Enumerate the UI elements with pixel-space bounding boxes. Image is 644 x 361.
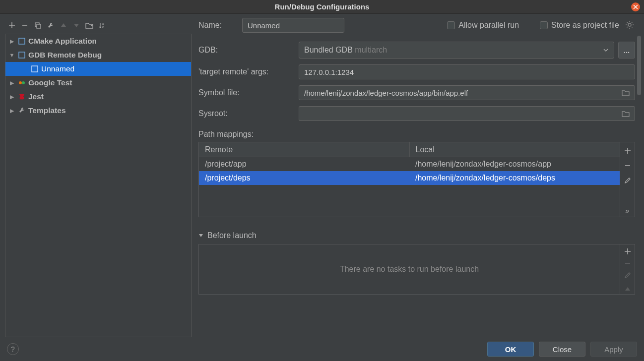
triangle-down-icon — [198, 233, 203, 238]
expand-button[interactable]: » — [621, 204, 634, 217]
add-configuration-button[interactable] — [6, 19, 18, 31]
table-row[interactable]: /project/app /home/lenij/zondax/ledger-c… — [199, 157, 620, 171]
svg-rect-5 — [19, 52, 25, 58]
edit-defaults-button[interactable] — [45, 19, 57, 31]
folder-button[interactable] — [83, 19, 95, 31]
column-remote[interactable]: Remote — [199, 142, 410, 157]
store-as-project-checkbox[interactable]: Store as project file — [540, 21, 619, 30]
window-title: Run/Debug Configurations — [275, 2, 370, 11]
before-launch-toolbar — [620, 244, 635, 294]
close-window-button[interactable] — [631, 2, 640, 11]
target-remote-input[interactable]: 127.0.0.1:1234 — [299, 64, 635, 79]
symbol-file-row: Symbol file: /home/lenij/zondax/ledger-c… — [198, 85, 635, 100]
sort-button[interactable]: az — [96, 19, 108, 31]
path-mappings-table: Remote Local /project/app /home/lenij/zo… — [198, 142, 635, 217]
edit-task-button[interactable] — [621, 270, 634, 280]
gdb-icon — [30, 64, 39, 73]
pencil-icon — [624, 272, 631, 279]
svg-text:z: z — [102, 25, 104, 28]
move-up-button[interactable] — [58, 19, 69, 31]
chevron-right-icon: ▶ — [8, 38, 15, 45]
checkbox-icon — [540, 21, 548, 29]
scrollbar[interactable] — [637, 36, 641, 95]
chevron-down-icon — [603, 47, 609, 53]
svg-point-7 — [19, 81, 22, 84]
minus-icon — [624, 260, 631, 267]
allow-parallel-checkbox[interactable]: Allow parallel run — [447, 21, 519, 30]
symbol-file-input[interactable]: /home/lenij/zondax/ledger-cosmos/app/bin… — [299, 85, 635, 100]
chevron-right-icon: ▶ — [8, 108, 15, 114]
svg-point-8 — [22, 81, 25, 84]
apply-button[interactable]: Apply — [590, 342, 637, 357]
sort-az-icon: az — [99, 22, 106, 29]
sysroot-label: Sysroot: — [198, 109, 293, 118]
help-button[interactable]: ? — [7, 343, 19, 355]
name-input[interactable]: Unnamed — [242, 18, 344, 33]
gtest-icon — [17, 78, 26, 87]
target-remote-row: 'target remote' args: 127.0.0.1:1234 — [198, 64, 635, 79]
folder-icon[interactable] — [622, 110, 630, 117]
path-mappings-toolbar: » — [620, 142, 635, 217]
column-local[interactable]: Local — [410, 142, 620, 157]
dialog-footer: ? OK Close Apply — [0, 337, 644, 361]
wrench-icon — [47, 22, 54, 29]
add-task-button[interactable] — [621, 246, 634, 256]
name-label: Name: — [198, 21, 236, 30]
move-down-button[interactable] — [70, 19, 82, 31]
close-icon — [633, 4, 638, 9]
checkbox-icon — [447, 21, 455, 29]
tree-item-templates[interactable]: ▶ Templates — [5, 104, 191, 118]
svg-rect-1 — [37, 24, 41, 28]
gdb-label: GDB: — [198, 46, 293, 55]
move-task-up-button[interactable] — [621, 284, 634, 294]
folder-icon — [85, 22, 93, 29]
table-header: Remote Local — [199, 142, 620, 157]
folder-icon[interactable] — [622, 89, 630, 96]
triangle-up-icon — [625, 286, 631, 292]
remove-mapping-button[interactable] — [621, 159, 634, 172]
expand-icon: » — [625, 206, 629, 215]
before-launch-header[interactable]: Before launch — [198, 231, 635, 240]
copy-icon — [34, 22, 41, 29]
symbol-file-label: Symbol file: — [198, 88, 293, 97]
cmake-icon — [17, 37, 26, 46]
remove-configuration-button[interactable] — [19, 19, 31, 31]
table-row[interactable]: /project/deps /home/lenij/zondax/ledger-… — [199, 171, 620, 185]
target-remote-label: 'target remote' args: — [198, 67, 293, 76]
ok-button[interactable]: OK — [487, 342, 534, 357]
table-body[interactable]: /project/app /home/lenij/zondax/ledger-c… — [199, 157, 620, 217]
sysroot-row: Sysroot: — [198, 106, 635, 121]
svg-rect-4 — [19, 38, 25, 44]
close-button[interactable]: Close — [539, 342, 585, 357]
tree-item-gdb-remote-debug[interactable]: ▼ GDB Remote Debug — [5, 48, 191, 62]
copy-configuration-button[interactable] — [32, 19, 44, 31]
sysroot-input[interactable] — [299, 106, 635, 121]
remove-task-button[interactable] — [621, 258, 634, 268]
gear-icon[interactable] — [625, 20, 635, 30]
edit-mapping-button[interactable] — [621, 174, 634, 187]
sidebar-toolbar: az — [5, 18, 192, 33]
triangle-down-icon — [73, 22, 79, 28]
tree-item-google-test[interactable]: ▶ Google Test — [5, 76, 191, 90]
chevron-right-icon: ▶ — [8, 80, 15, 86]
tree-item-cmake-application[interactable]: ▶ CMake Application — [5, 34, 191, 48]
pencil-icon — [624, 177, 631, 184]
gdb-select[interactable]: Bundled GDB multiarch — [299, 42, 614, 59]
jest-icon — [17, 92, 26, 101]
minus-icon — [624, 162, 631, 169]
tree-item-unnamed[interactable]: Unnamed — [5, 62, 191, 76]
before-launch-section: Before launch There are no tasks to run … — [198, 231, 635, 295]
gdb-row: GDB: Bundled GDB multiarch ... — [198, 42, 635, 59]
before-launch-empty: There are no tasks to run before launch — [199, 244, 620, 294]
title-bar: Run/Debug Configurations — [0, 0, 644, 14]
gdb-browse-button[interactable]: ... — [618, 42, 635, 59]
add-mapping-button[interactable] — [621, 144, 634, 157]
svg-rect-6 — [32, 66, 38, 72]
chevron-right-icon: ▶ — [8, 94, 15, 100]
dialog-content: az ▶ CMake Application ▼ GDB Remote Debu… — [0, 14, 644, 337]
chevron-down-icon: ▼ — [8, 52, 15, 58]
minus-icon — [21, 22, 28, 29]
configuration-form: Name: Unnamed Allow parallel run Store a… — [198, 18, 639, 337]
configurations-tree[interactable]: ▶ CMake Application ▼ GDB Remote Debug U… — [5, 34, 192, 337]
tree-item-jest[interactable]: ▶ Jest — [5, 90, 191, 104]
